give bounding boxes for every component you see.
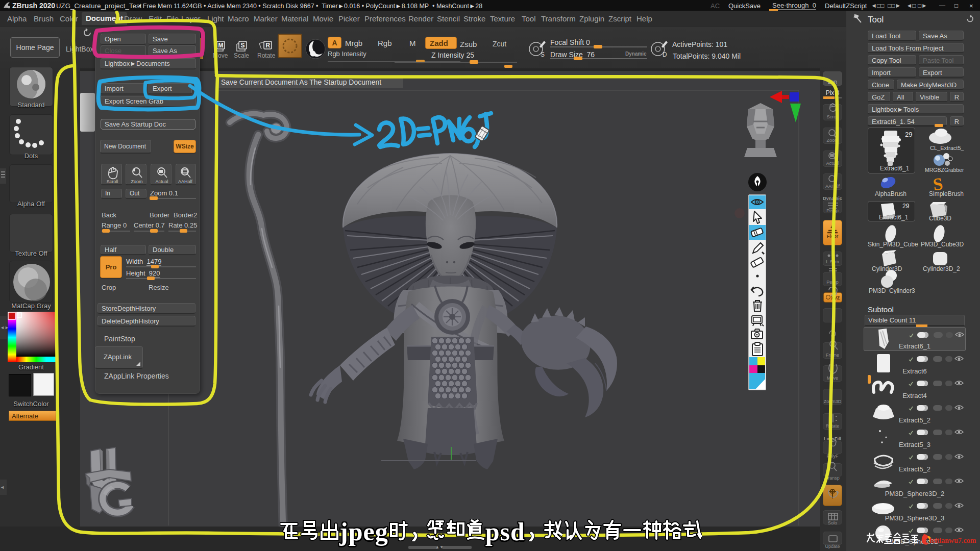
svg-text:AAHalf: AAHalf [178, 179, 193, 184]
svg-text:feitianwu7.com: feitianwu7.com [929, 537, 976, 544]
svg-text:Zoom: Zoom [131, 179, 142, 184]
svg-text:Actual: Actual [155, 179, 168, 184]
svg-text:Scroll: Scroll [107, 179, 118, 184]
